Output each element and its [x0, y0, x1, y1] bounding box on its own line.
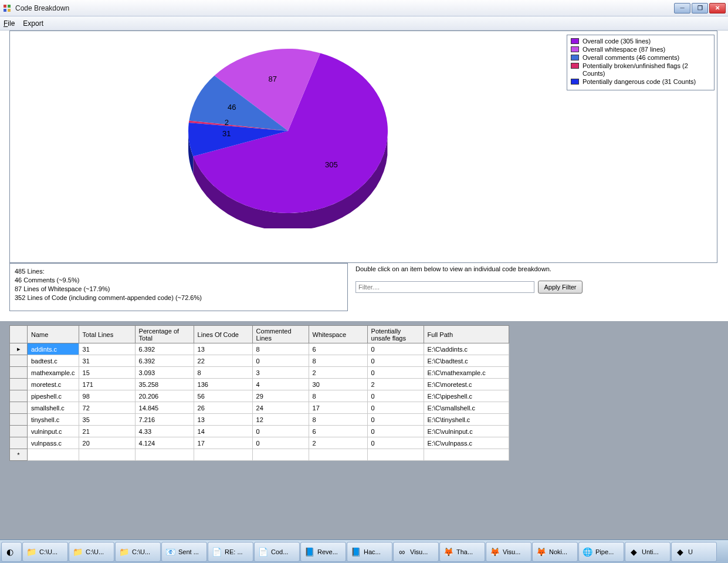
cell[interactable]: E:\C\tinyshell.c	[424, 414, 509, 426]
cell[interactable]: vulninput.c	[28, 426, 79, 437]
cell[interactable]: 8	[309, 355, 367, 367]
row-header[interactable]: ▸	[10, 343, 28, 355]
cell[interactable]: 31	[79, 355, 135, 367]
row-header-new[interactable]: *	[10, 449, 28, 461]
cell[interactable]: 4.124	[135, 437, 194, 449]
taskbar-item[interactable]: 🌐Pipe...	[578, 542, 624, 562]
table-row[interactable]: moretest.c17135.2581364302E:\C\moretest.…	[10, 379, 509, 390]
cell[interactable]: 14.845	[135, 402, 194, 414]
start-button[interactable]: ◐	[1, 542, 22, 562]
cell[interactable]: 0	[367, 390, 424, 402]
cell[interactable]: 6.392	[135, 343, 194, 355]
taskbar-item[interactable]: 📁C:\U...	[115, 542, 161, 562]
cell[interactable]: 17	[309, 402, 367, 414]
cell[interactable]: 24	[252, 402, 309, 414]
cell[interactable]: 8	[194, 367, 252, 379]
row-header[interactable]	[10, 426, 28, 437]
column-header[interactable]: Full Path	[424, 326, 509, 343]
cell[interactable]: 2	[309, 367, 367, 379]
cell[interactable]: 0	[252, 426, 309, 437]
cell[interactable]: 0	[367, 414, 424, 426]
cell[interactable]: 4.33	[135, 426, 194, 437]
row-header[interactable]	[10, 414, 28, 426]
cell[interactable]: 13	[194, 343, 252, 355]
cell[interactable]: 3	[252, 367, 309, 379]
cell[interactable]: 35.258	[135, 379, 194, 390]
taskbar-item[interactable]: 📘Reve...	[300, 542, 346, 562]
cell[interactable]: 4	[252, 379, 309, 390]
column-header[interactable]: Commented Lines	[252, 326, 309, 343]
cell[interactable]	[252, 449, 309, 461]
row-header[interactable]	[10, 379, 28, 390]
taskbar-item[interactable]: 📘Hac...	[347, 542, 392, 562]
cell[interactable]: moretest.c	[28, 379, 79, 390]
cell[interactable]: 56	[194, 390, 252, 402]
table-row[interactable]: mathexample.c153.0938320E:\C\mathexample…	[10, 367, 509, 379]
data-grid[interactable]: NameTotal LinesPercentage of TotalLines …	[9, 325, 509, 461]
cell[interactable]	[135, 449, 194, 461]
cell[interactable]: 8	[309, 414, 367, 426]
table-row[interactable]: badtest.c316.39222080E:\C\badtest.c	[10, 355, 509, 367]
cell[interactable]: 14	[194, 426, 252, 437]
cell[interactable]: E:\C\vulninput.c	[424, 426, 509, 437]
cell[interactable]	[309, 449, 367, 461]
cell[interactable]: vulnpass.c	[28, 437, 79, 449]
cell[interactable]: 31	[79, 343, 135, 355]
cell[interactable]: 8	[252, 343, 309, 355]
taskbar-item[interactable]: 🦊Visu...	[486, 542, 531, 562]
cell[interactable]: E:\C\badtest.c	[424, 355, 509, 367]
table-row[interactable]: vulnpass.c204.12417020E:\C\vulnpass.c	[10, 437, 509, 449]
taskbar-item[interactable]: 🦊Noki...	[532, 542, 578, 562]
cell[interactable]: E:\C\moretest.c	[424, 379, 509, 390]
taskbar-item[interactable]: 📁C:\U...	[22, 542, 68, 562]
cell[interactable]: addints.c	[28, 343, 79, 355]
cell[interactable]: mathexample.c	[28, 367, 79, 379]
cell[interactable]: 6	[309, 343, 367, 355]
column-header[interactable]: Whitespace	[309, 326, 367, 343]
cell[interactable]: 0	[367, 402, 424, 414]
maximize-button[interactable]: ❐	[692, 3, 708, 14]
cell[interactable]: E:\C\pipeshell.c	[424, 390, 509, 402]
cell[interactable]: 3.093	[135, 367, 194, 379]
cell[interactable]: 13	[194, 414, 252, 426]
cell[interactable]: 21	[79, 426, 135, 437]
cell[interactable]: tinyshell.c	[28, 414, 79, 426]
column-header[interactable]: Percentage of Total	[135, 326, 194, 343]
taskbar-item[interactable]: ◆U	[671, 542, 717, 562]
cell[interactable]	[424, 449, 509, 461]
table-row[interactable]: tinyshell.c357.216131280E:\C\tinyshell.c	[10, 414, 509, 426]
cell[interactable]: E:\C\mathexample.c	[424, 367, 509, 379]
taskbar-item[interactable]: ∞Visu...	[393, 542, 439, 562]
column-header[interactable]: Lines Of Code	[194, 326, 252, 343]
cell[interactable]: 0	[367, 426, 424, 437]
cell[interactable]: 0	[252, 355, 309, 367]
cell[interactable]: pipeshell.c	[28, 390, 79, 402]
cell[interactable]: smallshell.c	[28, 402, 79, 414]
minimize-button[interactable]: ─	[674, 3, 690, 14]
cell[interactable]: 30	[309, 379, 367, 390]
cell[interactable]: 136	[194, 379, 252, 390]
cell[interactable]: E:\C\addints.c	[424, 343, 509, 355]
cell[interactable]	[367, 449, 424, 461]
cell[interactable]: 98	[79, 390, 135, 402]
cell[interactable]: E:\C\smallshell.c	[424, 402, 509, 414]
cell[interactable]: 29	[252, 390, 309, 402]
cell[interactable]: 0	[367, 367, 424, 379]
close-button[interactable]: ✕	[709, 3, 726, 14]
cell[interactable]: 2	[367, 379, 424, 390]
row-header[interactable]	[10, 402, 28, 414]
apply-filter-button[interactable]: Apply Filter	[538, 281, 583, 294]
taskbar-item[interactable]: 📄Cod...	[254, 542, 300, 562]
cell[interactable]: 26	[194, 402, 252, 414]
cell[interactable]: 0	[367, 437, 424, 449]
cell[interactable]: 8	[309, 390, 367, 402]
row-header[interactable]	[10, 390, 28, 402]
cell[interactable]: badtest.c	[28, 355, 79, 367]
cell[interactable]: 22	[194, 355, 252, 367]
cell[interactable]: 20.206	[135, 390, 194, 402]
table-row[interactable]: smallshell.c7214.8452624170E:\C\smallshe…	[10, 402, 509, 414]
column-header[interactable]: Potentially unsafe flags	[367, 326, 424, 343]
cell[interactable]: 2	[309, 437, 367, 449]
cell[interactable]: E:\C\vulnpass.c	[424, 437, 509, 449]
cell[interactable]: 12	[252, 414, 309, 426]
